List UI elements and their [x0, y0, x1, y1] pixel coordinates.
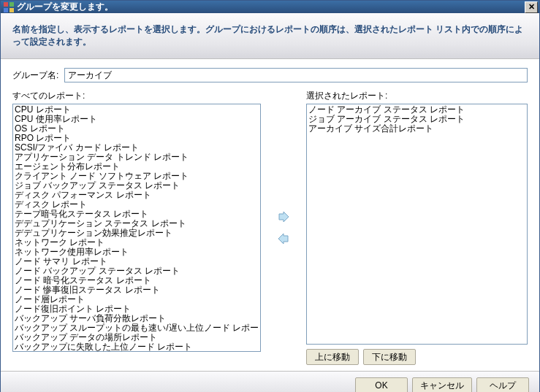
arrow-right-icon: [277, 210, 290, 223]
svg-rect-1: [9, 2, 14, 7]
move-down-button[interactable]: 下に移動: [363, 349, 416, 365]
dialog-footer: OK キャンセル ヘルプ: [1, 371, 539, 392]
remove-from-selected-button[interactable]: [275, 231, 292, 247]
close-icon: ✕: [528, 2, 535, 11]
group-name-input[interactable]: [64, 68, 528, 82]
add-to-selected-button[interactable]: [275, 209, 292, 225]
svg-rect-3: [9, 8, 14, 12]
group-name-row: グループ名:: [12, 68, 528, 82]
close-button[interactable]: ✕: [525, 1, 538, 13]
arrow-left-icon: [277, 232, 290, 245]
svg-rect-2: [4, 8, 8, 12]
window-title: グループを変更します。: [17, 1, 113, 13]
move-up-button[interactable]: 上に移動: [306, 349, 359, 365]
all-reports-label: すべてのレポート:: [12, 90, 261, 102]
dialog-window: グループを変更します。 ✕ 名前を指定し、表示するレポートを選択します。グループ…: [0, 0, 540, 392]
app-icon: [4, 2, 14, 12]
all-reports-column: すべてのレポート: CPU レポートCPU 使用率レポートOS レポートRPO …: [12, 90, 261, 365]
reorder-buttons: 上に移動 下に移動: [306, 349, 528, 365]
lists-row: すべてのレポート: CPU レポートCPU 使用率レポートOS レポートRPO …: [12, 90, 528, 365]
ok-button[interactable]: OK: [355, 377, 408, 392]
selected-reports-listbox[interactable]: ノード アーカイブ ステータス レポートジョブ アーカイブ ステータス レポート…: [306, 104, 528, 345]
titlebar: グループを変更します。 ✕: [1, 1, 539, 13]
info-text: 名前を指定し、表示するレポートを選択します。グループにおけるレポートの順序は、選…: [12, 24, 523, 47]
svg-marker-5: [278, 234, 288, 244]
cancel-button[interactable]: キャンセル: [412, 377, 472, 392]
help-button[interactable]: ヘルプ: [476, 377, 529, 392]
info-banner: 名前を指定し、表示するレポートを選択します。グループにおけるレポートの順序は、選…: [1, 13, 539, 59]
selected-reports-label: 選択されたレポート:: [306, 90, 528, 102]
transfer-arrows: [261, 90, 306, 365]
list-item[interactable]: アーカイブ サイズ合計レポート: [308, 124, 525, 134]
group-name-label: グループ名:: [12, 69, 58, 82]
all-reports-listbox[interactable]: CPU レポートCPU 使用率レポートOS レポートRPO レポートSCSI/フ…: [12, 104, 261, 352]
svg-marker-4: [279, 212, 289, 222]
content-area: グループ名: すべてのレポート: CPU レポートCPU 使用率レポートOS レ…: [1, 59, 539, 371]
svg-rect-0: [4, 2, 8, 7]
selected-reports-column: 選択されたレポート: ノード アーカイブ ステータス レポートジョブ アーカイブ…: [306, 90, 528, 365]
